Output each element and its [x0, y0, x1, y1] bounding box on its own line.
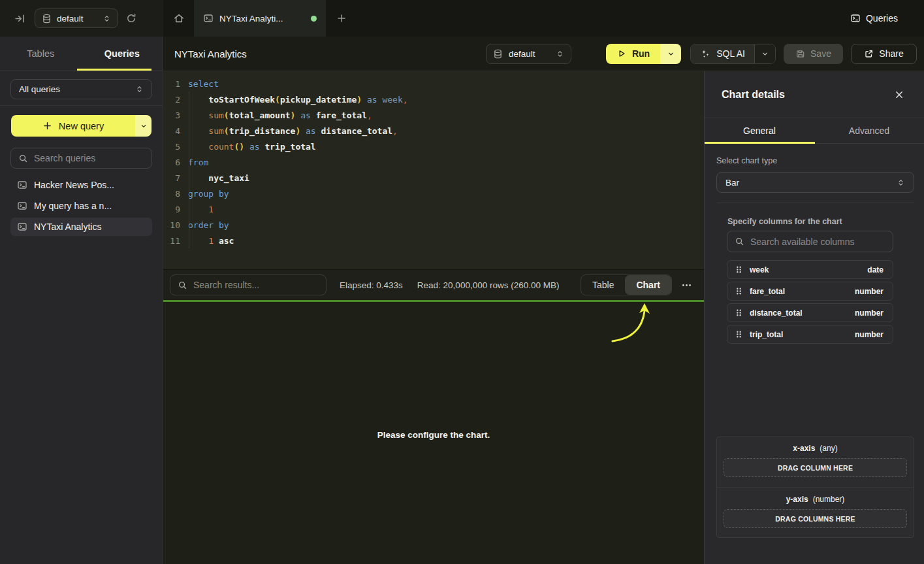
code-lines: 1 select 2 toStartOfWeek(pickup_datetime… [163, 76, 704, 248]
divider [716, 203, 914, 203]
search-icon [735, 237, 744, 246]
divider [0, 105, 163, 106]
column-chip[interactable]: week date [727, 260, 893, 279]
chart-type-label: Select chart type [716, 156, 777, 165]
search-columns-box [727, 231, 893, 252]
search-results-input[interactable] [193, 280, 319, 290]
column-chip[interactable]: trip_total number [727, 325, 893, 344]
search-icon [18, 154, 28, 163]
code-line[interactable]: 4 sum(trip_distance) as distance_total, [163, 123, 704, 139]
query-item-label: NYTaxi Analytics [34, 222, 101, 232]
code-line[interactable]: 2 toStartOfWeek(pickup_datetime) as week… [163, 91, 704, 107]
code-line[interactable]: 3 sum(total_amount) as fare_total, [163, 107, 704, 123]
collapse-sidebar-button[interactable] [12, 10, 28, 27]
query-list-item[interactable]: NYTaxi Analytics [10, 218, 152, 236]
tab-queries[interactable]: Queries [82, 37, 163, 71]
column-chip[interactable]: fare_total number [727, 282, 893, 301]
refresh-button[interactable] [123, 10, 139, 26]
query-header-row: NYTaxi Analytics default Run SQL AI Save [163, 37, 924, 71]
database-selector[interactable]: default [486, 44, 571, 64]
chevron-updown-icon [103, 14, 111, 23]
new-query-button-group: New query [11, 115, 151, 137]
code-line[interactable]: 7 nyc_taxi [163, 170, 704, 186]
column-chip[interactable]: distance_total number [727, 303, 893, 322]
run-options-button[interactable] [660, 44, 681, 64]
code-line[interactable]: 5 count() as trip_total [163, 139, 704, 154]
column-type: number [855, 308, 884, 318]
drag-handle-icon[interactable] [734, 329, 744, 339]
top-bar: default NYTaxi Analyti... Queries [0, 0, 924, 37]
close-panel-button[interactable] [891, 87, 907, 103]
chart-area: Please configure the chart. [163, 302, 704, 564]
x-axis-hint: (any) [820, 444, 837, 453]
sql-ai-button-group: SQL AI [690, 44, 776, 64]
drag-handle-icon[interactable] [734, 286, 744, 296]
tab-title: NYTaxi Analyti... [219, 14, 305, 24]
search-columns-input[interactable] [750, 237, 885, 247]
queries-nav-button[interactable]: Queries [850, 0, 898, 37]
chevron-updown-icon [135, 85, 144, 93]
sql-ai-options-button[interactable] [754, 44, 775, 63]
drag-handle-icon[interactable] [734, 265, 744, 274]
query-item-label: My query has a n... [34, 201, 112, 211]
sidebar-tabs: Tables Queries [0, 37, 163, 71]
sql-editor[interactable]: 1 select 2 toStartOfWeek(pickup_datetime… [163, 71, 704, 269]
axis-configuration-box: x-axis(any) DRAG COLUMN HERE y-axis(numb… [716, 437, 914, 538]
y-axis-drop-zone[interactable]: DRAG COLUMNS HERE [724, 509, 907, 528]
search-icon [178, 280, 187, 290]
line-number: 6 [163, 158, 180, 167]
view-toggle-chart[interactable]: Chart [625, 275, 671, 295]
column-type: number [855, 287, 884, 296]
new-query-options-button[interactable] [135, 115, 151, 137]
top-bar-left: default [0, 0, 163, 37]
run-button[interactable]: Run [606, 44, 660, 64]
code-line[interactable]: 1 select [163, 76, 704, 91]
y-axis-label: y-axis [786, 495, 808, 504]
hint-arrow [604, 302, 656, 348]
search-results-box [170, 274, 327, 295]
tab-nytaxi-analytics[interactable]: NYTaxi Analyti... [194, 0, 326, 37]
new-query-button[interactable]: New query [11, 115, 135, 137]
share-button[interactable]: Share [851, 44, 917, 64]
query-list-item[interactable]: Hacker News Pos... [10, 176, 152, 194]
line-code: from [180, 158, 208, 167]
code-line[interactable]: 10 order by [163, 217, 704, 233]
code-line[interactable]: 11 1 asc [163, 233, 704, 248]
column-name: week [750, 265, 867, 274]
page-title: NYTaxi Analytics [174, 48, 247, 59]
drag-handle-icon[interactable] [734, 308, 744, 318]
tab-general[interactable]: General [705, 118, 814, 143]
elapsed-time: Elapsed: 0.433s [340, 280, 403, 290]
y-axis-drop-label: DRAG COLUMNS HERE [775, 515, 855, 523]
line-code: group by [180, 189, 229, 199]
service-selector-value: default [57, 14, 97, 24]
code-line[interactable]: 9 1 [163, 201, 704, 217]
database-selector-value: default [509, 49, 550, 59]
line-code: toStartOfWeek(pickup_datetime) as week, [180, 95, 408, 105]
chart-placeholder-message: Please configure the chart. [163, 430, 704, 440]
service-selector[interactable]: default [35, 8, 118, 28]
code-line[interactable]: 8 group by [163, 186, 704, 201]
query-icon [850, 13, 861, 24]
main-area: 1 select 2 toStartOfWeek(pickup_datetime… [163, 71, 704, 564]
search-queries-input[interactable] [34, 153, 144, 163]
view-toggle-table[interactable]: Table [581, 275, 625, 295]
tab-tables[interactable]: Tables [0, 37, 82, 71]
queries-nav-label: Queries [866, 13, 898, 24]
sql-ai-button[interactable]: SQL AI [691, 44, 754, 63]
column-name: fare_total [750, 287, 855, 296]
more-options-button[interactable] [678, 277, 695, 293]
home-button[interactable] [163, 0, 194, 37]
sql-ai-label: SQL AI [716, 48, 745, 59]
code-line[interactable]: 6 from [163, 154, 704, 170]
x-axis-drop-zone[interactable]: DRAG COLUMN HERE [724, 458, 907, 477]
query-filter-select[interactable]: All queries [10, 79, 152, 99]
chart-type-select[interactable]: Bar [716, 172, 914, 193]
toolbar: default Run SQL AI Save Share [486, 44, 924, 64]
new-tab-button[interactable] [326, 0, 357, 37]
query-list-item[interactable]: My query has a n... [10, 197, 152, 215]
sidebar: Tables Queries All queries New query Hac… [0, 37, 163, 564]
tab-advanced[interactable]: Advanced [814, 118, 924, 143]
column-list: week date fare_total number distance_tot… [727, 260, 893, 344]
save-button[interactable]: Save [784, 44, 843, 64]
